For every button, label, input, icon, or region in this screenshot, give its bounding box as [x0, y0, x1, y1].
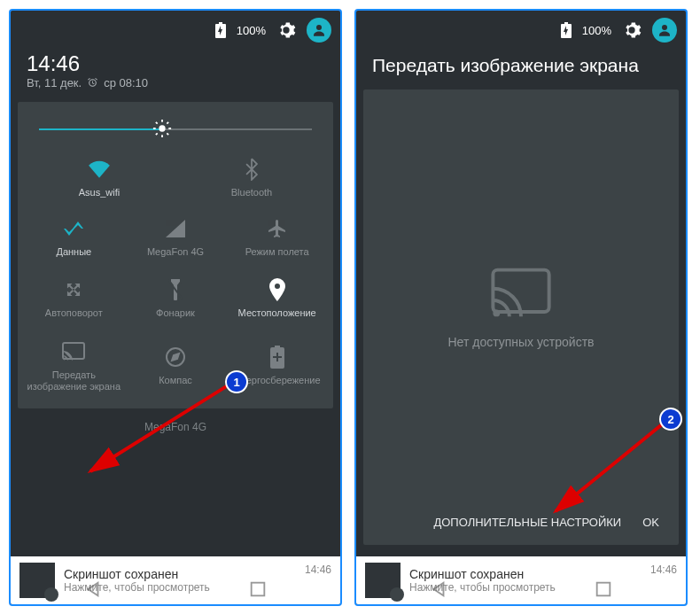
ok-button[interactable]: OK — [642, 516, 659, 529]
battery-percentage: 100% — [582, 24, 611, 37]
quick-settings-panel: Asus_wifi Bluetooth Данные MegaFon 4G Ре… — [18, 102, 333, 408]
location-icon — [269, 278, 285, 301]
svg-point-6 — [662, 25, 667, 30]
tile-signal[interactable]: MegaFon 4G — [125, 209, 227, 265]
brightness-slider[interactable] — [39, 114, 312, 144]
battery-saver-icon — [270, 346, 284, 369]
battery-charging-icon — [561, 22, 572, 38]
status-bar: 100% — [356, 11, 686, 44]
autorotate-icon — [63, 279, 84, 300]
user-avatar[interactable] — [652, 18, 677, 43]
cast-icon — [62, 342, 85, 361]
phone-screenshot-left: 100% 14:46 Вт, 11 дек. ср 08:10 Asus_wif… — [9, 9, 342, 606]
notification-thumbnail — [365, 563, 401, 598]
notification-subtitle: Нажмите, чтобы просмотреть — [409, 581, 642, 594]
notification-time: 14:46 — [305, 563, 331, 576]
settings-gear-icon[interactable] — [276, 20, 296, 40]
battery-charging-icon — [215, 22, 226, 38]
cast-panel: Нет доступных устройств ДОПОЛНИТЕЛЬНЫЕ Н… — [363, 89, 679, 545]
alarm-time: ср 08:10 — [104, 76, 148, 89]
notification-subtitle: Нажмите, чтобы просмотреть — [64, 581, 296, 594]
tile-location[interactable]: Местоположение — [226, 270, 328, 326]
user-avatar[interactable] — [307, 18, 331, 43]
flashlight-icon — [168, 278, 183, 301]
notification-card[interactable]: Скриншот сохранен Нажмите, чтобы просмот… — [11, 556, 340, 604]
notification-title: Скриншот сохранен — [64, 567, 296, 581]
tile-autorotate[interactable]: Автоповорот — [23, 270, 125, 326]
tile-airplane[interactable]: Режим полета — [226, 209, 328, 265]
tile-bluetooth[interactable]: Bluetooth — [175, 150, 328, 206]
notification-time: 14:46 — [650, 563, 677, 576]
alarm-icon — [87, 77, 98, 89]
svg-point-1 — [159, 125, 165, 131]
notification-thumbnail — [19, 563, 55, 598]
status-bar: 100% — [11, 11, 340, 44]
compass-icon — [165, 346, 186, 368]
clock-block: 14:46 Вт, 11 дек. ср 08:10 — [11, 44, 340, 102]
more-settings-button[interactable]: ДОПОЛНИТЕЛЬНЫЕ НАСТРОЙКИ — [433, 516, 621, 529]
svg-point-8 — [493, 309, 500, 316]
cast-empty-message: Нет доступных устройств — [447, 335, 594, 349]
cast-screen-title: Передать изображение экрана — [356, 44, 686, 89]
annotation-badge-1: 1 — [227, 372, 246, 392]
date-display: Вт, 11 дек. — [27, 76, 82, 89]
tile-flashlight[interactable]: Фонарик — [125, 270, 227, 326]
svg-point-0 — [316, 25, 322, 30]
annotation-badge-2: 2 — [661, 409, 681, 429]
carrier-label: MegaFon 4G — [11, 416, 340, 435]
time-display: 14:46 — [27, 51, 324, 76]
notification-card[interactable]: Скриншот сохранен Нажмите, чтобы просмот… — [356, 556, 686, 604]
battery-percentage: 100% — [237, 24, 266, 37]
wifi-icon — [88, 160, 111, 178]
data-arrows-icon — [64, 218, 83, 239]
brightness-icon — [152, 119, 172, 138]
phone-screenshot-right: 100% Передать изображение экрана Нет дос… — [354, 9, 688, 606]
tile-cast[interactable]: Передать изображение экрана — [23, 332, 125, 400]
cast-large-icon — [490, 268, 552, 319]
tile-compass[interactable]: Компас — [125, 332, 227, 400]
airplane-icon — [267, 218, 288, 239]
settings-gear-icon[interactable] — [622, 20, 642, 40]
bluetooth-icon — [245, 158, 259, 181]
tile-mobile-data[interactable]: Данные — [23, 209, 125, 265]
tile-wifi[interactable]: Asus_wifi — [23, 150, 175, 206]
signal-icon — [166, 220, 185, 237]
notification-title: Скриншот сохранен — [409, 567, 642, 581]
